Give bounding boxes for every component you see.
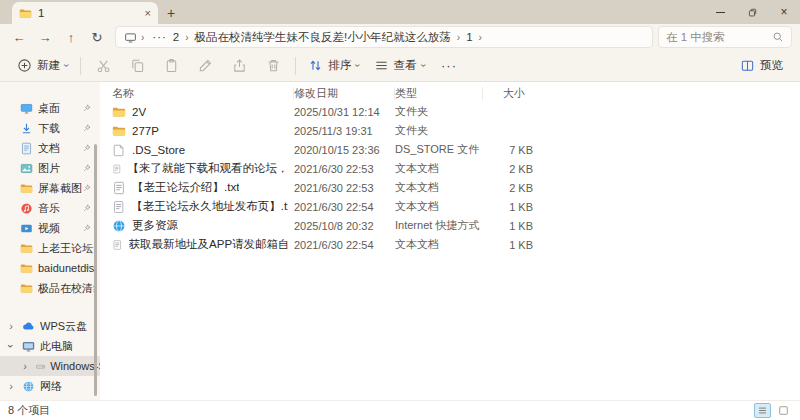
tab-bar: 1 × + × xyxy=(0,0,800,24)
search-input[interactable] xyxy=(666,31,772,43)
close-button[interactable]: × xyxy=(768,0,800,24)
column-header-size[interactable]: 大小 xyxy=(483,87,533,100)
sidebar-item-label: 此电脑 xyxy=(40,339,73,354)
chevron-right-icon[interactable]: › xyxy=(20,360,30,372)
chevron-right-icon[interactable]: › xyxy=(6,320,16,332)
folder-icon xyxy=(19,7,32,20)
back-button[interactable]: ← xyxy=(6,26,32,48)
copy-button[interactable] xyxy=(120,53,154,79)
file-list-panel: 名称 修改日期 类型 大小 2V 2025/10/31 12:14 文件夹 27… xyxy=(100,82,800,400)
sidebar-item-pinned-folder[interactable]: 上老王论坛当 xyxy=(0,238,100,258)
file-date: 2021/6/30 22:54 xyxy=(294,239,395,251)
restore-button[interactable] xyxy=(736,0,768,24)
breadcrumb-item[interactable]: 2 xyxy=(171,31,181,43)
search-icon xyxy=(772,31,784,43)
file-date: 2021/6/30 22:53 xyxy=(294,182,395,194)
pin-icon xyxy=(83,244,91,252)
video-icon xyxy=(20,222,33,235)
sort-button[interactable]: 排序 › xyxy=(301,53,366,79)
breadcrumb-item[interactable]: 极品在校清纯学生妹不良反差!小小年纪就这么放荡 xyxy=(193,30,453,45)
folder-icon xyxy=(20,242,33,255)
sidebar-scrollbar[interactable] xyxy=(94,144,97,396)
file-size: 2 KB xyxy=(483,163,533,175)
sidebar-item-pinned-folder[interactable]: baidunetdisl xyxy=(0,258,100,278)
breadcrumb-ellipsis[interactable]: ··· xyxy=(148,31,171,43)
sidebar-separator xyxy=(0,298,100,316)
pin-icon xyxy=(83,104,91,112)
preview-button[interactable]: 预览 xyxy=(733,53,790,79)
chevron-right-icon[interactable]: › xyxy=(6,380,16,392)
sidebar-item-label: 网络 xyxy=(40,379,62,394)
table-row[interactable]: 277P 2025/11/3 19:31 文件夹 xyxy=(100,121,800,140)
file-name: 【老王论坛介绍】.txt xyxy=(132,180,239,195)
file-icon xyxy=(112,143,126,157)
pin-icon xyxy=(83,284,91,292)
chevron-down-icon: › xyxy=(418,64,429,67)
table-row[interactable]: .DS_Store 2020/10/15 23:36 DS_STORE 文件 7… xyxy=(100,140,800,159)
thumbnail-view-toggle[interactable] xyxy=(775,403,792,418)
more-options-button[interactable]: ··· xyxy=(432,53,466,79)
column-header-date[interactable]: 修改日期 xyxy=(294,87,395,100)
file-type: 文本文档 xyxy=(395,237,483,252)
sidebar-item-this-pc[interactable]: › 此电脑 xyxy=(0,336,100,356)
file-name: 2V xyxy=(132,106,146,118)
sidebar-item-videos[interactable]: 视频 xyxy=(0,218,100,238)
table-row[interactable]: 2V 2025/10/31 12:14 文件夹 xyxy=(100,102,800,121)
view-button-label: 查看 xyxy=(394,58,417,73)
new-button[interactable]: 新建 › xyxy=(10,53,75,79)
file-explorer-window: 1 × + × ← → ↑ ↻ › ··· 2 › 极品在校清纯学生妹不良反差!… xyxy=(0,0,800,420)
sidebar-item-pinned-folder[interactable]: 极品在校清纯 xyxy=(0,278,100,298)
view-button[interactable]: 查看 › xyxy=(367,53,432,79)
share-button[interactable] xyxy=(222,53,256,79)
sidebar-item-label: 图片 xyxy=(38,161,60,176)
sidebar-item-label: 音乐 xyxy=(38,201,60,216)
column-header-name[interactable]: 名称 xyxy=(112,87,294,100)
sidebar-item-label: WPS云盘 xyxy=(40,319,87,334)
text-file-icon xyxy=(112,238,123,252)
file-name: 277P xyxy=(132,125,159,137)
details-view-toggle[interactable] xyxy=(754,403,771,418)
forward-button[interactable]: → xyxy=(32,26,58,48)
breadcrumb-chevron-icon: › xyxy=(181,32,192,43)
pin-icon xyxy=(83,144,91,152)
tab-title: 1 xyxy=(38,7,44,19)
internet-shortcut-icon xyxy=(112,219,126,233)
column-header-type[interactable]: 类型 xyxy=(395,87,483,100)
sidebar-item-screenshots[interactable]: 屏幕截图 xyxy=(0,178,100,198)
up-button[interactable]: ↑ xyxy=(58,26,84,48)
new-tab-button[interactable]: + xyxy=(158,2,184,24)
column-headers: 名称 修改日期 类型 大小 xyxy=(100,85,800,102)
tab-close-icon[interactable]: × xyxy=(145,7,151,19)
table-row[interactable]: 获取最新地址及APP请发邮箱自动获取.txt 2021/6/30 22:54 文… xyxy=(100,235,800,254)
sidebar-item-downloads[interactable]: 下载 xyxy=(0,118,100,138)
refresh-button[interactable]: ↻ xyxy=(84,26,110,48)
sidebar-item-network[interactable]: › 网络 xyxy=(0,376,100,396)
paste-button[interactable] xyxy=(154,53,188,79)
file-size: 7 KB xyxy=(483,144,533,156)
sidebar-item-desktop[interactable]: 桌面 xyxy=(0,98,100,118)
file-type: 文件夹 xyxy=(395,104,483,119)
sidebar-item-label: 下载 xyxy=(38,121,60,136)
view-toggles xyxy=(754,403,792,418)
sidebar-item-music[interactable]: 音乐 xyxy=(0,198,100,218)
file-name: 获取最新地址及APP请发邮箱自动获取.txt xyxy=(129,237,288,252)
table-row[interactable]: 【来了就能下载和观看的论坛，纯免费！】.txt 2021/6/30 22:53 … xyxy=(100,159,800,178)
sidebar-item-windows-ssd[interactable]: › Windows-SSD xyxy=(0,356,100,376)
table-row[interactable]: 【老王论坛永久地址发布页】.txt 2021/6/30 22:54 文本文档 1… xyxy=(100,197,800,216)
view-icon xyxy=(374,58,389,73)
breadcrumb-item[interactable]: 1 xyxy=(464,31,474,43)
table-row[interactable]: 更多资源 2025/10/8 20:32 Internet 快捷方式 1 KB xyxy=(100,216,800,235)
sidebar-item-wps-cloud[interactable]: › WPS云盘 xyxy=(0,316,100,336)
delete-button[interactable] xyxy=(256,53,290,79)
rename-button[interactable] xyxy=(188,53,222,79)
paste-icon xyxy=(164,58,179,73)
explorer-tab[interactable]: 1 × xyxy=(12,2,158,24)
chevron-down-icon[interactable]: › xyxy=(5,341,17,351)
sidebar-item-documents[interactable]: 文档 xyxy=(0,138,100,158)
sidebar-item-pictures[interactable]: 图片 xyxy=(0,158,100,178)
pc-monitor-icon xyxy=(22,340,35,353)
address-bar[interactable]: › ··· 2 › 极品在校清纯学生妹不良反差!小小年纪就这么放荡 › 1 › xyxy=(115,26,653,48)
table-row[interactable]: 【老王论坛介绍】.txt 2021/6/30 22:53 文本文档 2 KB xyxy=(100,178,800,197)
minimize-button[interactable] xyxy=(704,0,736,24)
cut-button[interactable] xyxy=(86,53,120,79)
